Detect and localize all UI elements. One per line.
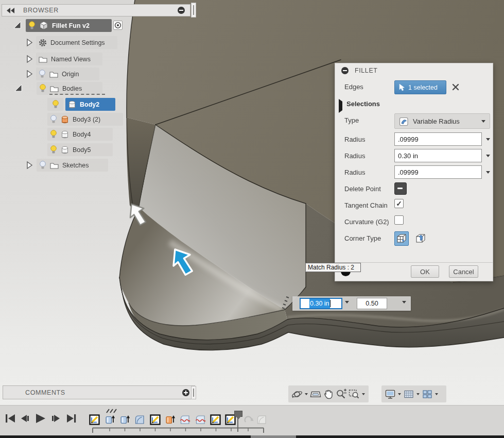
- bulb-on-icon[interactable]: [50, 130, 57, 139]
- body-cylinder-icon: [68, 100, 76, 109]
- origin-pill[interactable]: Origin: [36, 68, 99, 80]
- grid-settings-icon[interactable]: [403, 388, 415, 400]
- body3-pill[interactable]: Body3 (2): [47, 113, 123, 126]
- clear-selection-icon[interactable]: [451, 83, 460, 91]
- gear-icon: [39, 39, 47, 47]
- timeline-step-forward-button[interactable]: [50, 413, 62, 424]
- grid-settings-dropdown-icon[interactable]: [415, 393, 421, 395]
- radius-dropdown-icon[interactable]: [345, 301, 349, 304]
- expander-expanded-icon[interactable]: [14, 84, 22, 92]
- expander-expanded-icon[interactable]: [13, 21, 21, 29]
- timeline-pending-fillet[interactable]: [256, 414, 267, 425]
- bulb-off-icon[interactable]: [50, 115, 57, 124]
- timeline-position-marker[interactable]: [234, 411, 242, 417]
- viewports-icon[interactable]: [421, 388, 433, 400]
- timeline-ruler[interactable]: [91, 427, 267, 434]
- timeline-pending-pattern[interactable]: [243, 414, 254, 425]
- type-label: Type: [344, 116, 359, 124]
- look-at-icon[interactable]: [309, 388, 322, 400]
- browser-minimize-icon[interactable]: [178, 7, 185, 14]
- fillet-dialog-header[interactable]: FILLET: [335, 63, 493, 77]
- body5-pill[interactable]: Body5: [47, 143, 113, 156]
- activate-component-radio[interactable]: [113, 21, 123, 30]
- radius-value-input[interactable]: 0.30 in: [300, 298, 342, 309]
- expander-collapsed-icon[interactable]: [26, 70, 33, 78]
- expander-collapsed-icon[interactable]: [26, 161, 33, 169]
- document-settings-pill[interactable]: Document Settings: [36, 36, 117, 49]
- timeline-step-back-button[interactable]: [19, 413, 31, 424]
- timeline-go-to-end-button[interactable]: [65, 413, 78, 424]
- radius2-input[interactable]: 0.30 in: [394, 149, 482, 162]
- folder-icon: [50, 85, 59, 92]
- comments-bar[interactable]: COMMENTS: [3, 385, 195, 399]
- dialog-collapse-icon[interactable]: [341, 67, 349, 74]
- delete-point-button[interactable]: [394, 182, 407, 195]
- curvature-checkbox[interactable]: [394, 215, 404, 225]
- orbit-icon[interactable]: [291, 388, 303, 400]
- timeline-feature-extrude-2[interactable]: [119, 414, 130, 425]
- radius2-dropdown-icon[interactable]: [486, 155, 490, 157]
- expander-collapsed-icon[interactable]: [26, 55, 33, 63]
- selections-disclosure-icon[interactable]: [339, 102, 342, 111]
- body2-pill[interactable]: Body2: [65, 98, 115, 111]
- browser-header[interactable]: BROWSER: [2, 4, 190, 16]
- named-views-pill[interactable]: Named Views: [36, 53, 102, 65]
- ok-button[interactable]: OK: [411, 265, 439, 278]
- corner-type-rolling-ball-button[interactable]: [394, 231, 409, 246]
- bodies-pill[interactable]: Bodies: [37, 82, 102, 95]
- browser-resize-grip[interactable]: [191, 3, 196, 18]
- cancel-button[interactable]: Cancel: [449, 265, 478, 278]
- timeline-feature-fillet-1[interactable]: [134, 414, 145, 425]
- type-dropdown[interactable]: Variable Radius: [394, 113, 490, 129]
- sketches-pill[interactable]: Sketches: [37, 159, 108, 172]
- dialog-title: FILLET: [355, 67, 378, 74]
- body2-bulb-box[interactable]: [47, 98, 63, 111]
- fillet-dialog: FILLET Edges 1 selected Selections Type …: [335, 63, 493, 281]
- origin-label: Origin: [62, 71, 79, 78]
- timeline-position-marker-line[interactable]: [237, 417, 238, 432]
- timeline-feature-extrude-3[interactable]: [165, 414, 176, 425]
- tangent-chain-checkbox[interactable]: ✓: [394, 199, 404, 208]
- body4-pill[interactable]: Body4: [47, 128, 113, 141]
- bulb-on-icon[interactable]: [50, 145, 57, 154]
- radius3-dropdown-icon[interactable]: [486, 171, 490, 174]
- comments-resize-grip[interactable]: [191, 386, 196, 399]
- radius1-dropdown-icon[interactable]: [486, 138, 490, 141]
- taskbar-edge-highlight: [251, 435, 296, 438]
- timeline-feature-extrude-1[interactable]: [105, 414, 115, 425]
- position-dropdown-icon[interactable]: [402, 301, 406, 304]
- zoom-window-icon[interactable]: [348, 388, 360, 400]
- root-component-pill[interactable]: Fillet Fun v2: [26, 19, 112, 32]
- timeline-play-button[interactable]: [34, 413, 46, 424]
- timeline-feature-sketch-3[interactable]: [210, 414, 221, 425]
- radius1-input[interactable]: .09999: [394, 132, 482, 146]
- fusion-app-window: BROWSER Fillet Fun v2 D: [0, 0, 504, 438]
- zoom-icon[interactable]: [335, 388, 347, 400]
- bulb-on-icon[interactable]: [39, 84, 46, 93]
- expand-comments-icon[interactable]: [182, 389, 189, 396]
- radius3-input[interactable]: .09999: [394, 165, 482, 179]
- timeline-feature-fillet-warning-2[interactable]: [195, 414, 206, 425]
- position-value-input[interactable]: 0.50: [357, 298, 387, 309]
- timeline-feature-sketch-1[interactable]: [89, 414, 100, 425]
- expander-collapsed-icon[interactable]: [26, 38, 33, 46]
- display-settings-icon[interactable]: [384, 388, 396, 400]
- corner-type-setback-button[interactable]: [413, 231, 428, 246]
- edges-selection-button[interactable]: 1 selected: [394, 80, 446, 94]
- bulb-on-icon[interactable]: [28, 21, 36, 30]
- timeline-feature-fillet-warning-1[interactable]: [180, 414, 190, 425]
- body5-label: Body5: [73, 146, 91, 154]
- bulb-off-icon[interactable]: [39, 161, 46, 170]
- bulb-on-icon[interactable]: [52, 100, 59, 109]
- match-radius-tooltip: Match Radius : 2: [305, 263, 361, 272]
- timeline-feature-sketch-2[interactable]: [150, 414, 161, 425]
- timeline-go-to-start-button[interactable]: [4, 413, 16, 424]
- zoom-window-dropdown-icon[interactable]: [361, 393, 366, 395]
- selections-label[interactable]: Selections: [346, 100, 380, 108]
- viewports-dropdown-icon[interactable]: [434, 393, 439, 395]
- bulb-off-icon[interactable]: [39, 70, 46, 78]
- collapse-panel-icon[interactable]: [7, 8, 15, 13]
- orbit-dropdown-icon[interactable]: [304, 393, 309, 395]
- display-settings-dropdown-icon[interactable]: [397, 393, 402, 395]
- pan-icon[interactable]: [322, 388, 335, 400]
